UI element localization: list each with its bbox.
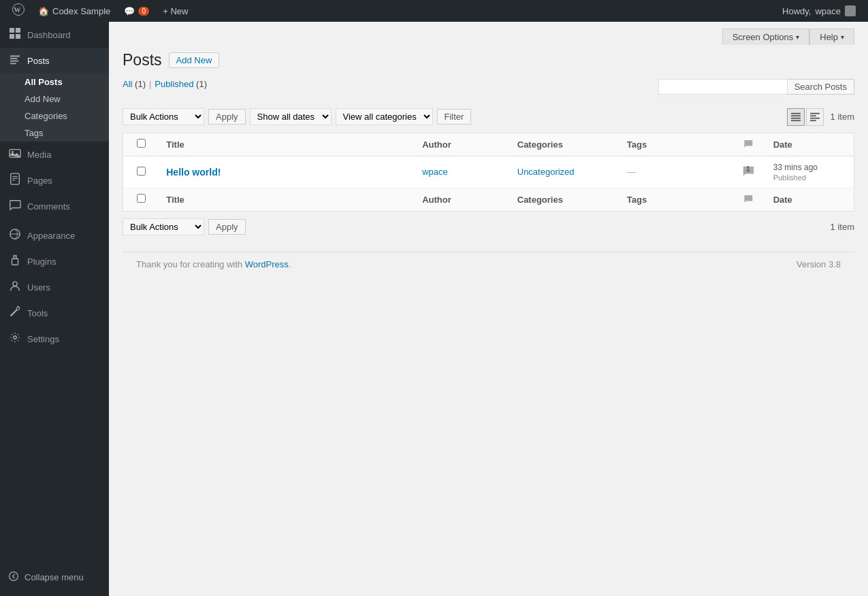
excerpt-view-button[interactable] bbox=[806, 108, 824, 126]
row-category-link[interactable]: Uncategorized bbox=[517, 167, 575, 177]
post-title-link[interactable]: Hello world! bbox=[166, 167, 221, 178]
foot-select-all-checkbox[interactable] bbox=[137, 194, 146, 203]
select-all-checkbox[interactable] bbox=[137, 139, 146, 148]
apply-button-bottom[interactable]: Apply bbox=[208, 219, 246, 235]
add-new-button[interactable]: Add New bbox=[169, 52, 220, 68]
date-filter-select[interactable]: Show all dates bbox=[250, 108, 332, 125]
username-text: wpace bbox=[815, 6, 841, 16]
categories-header[interactable]: Categories bbox=[511, 133, 620, 156]
submenu-add-new[interactable]: Add New bbox=[0, 90, 109, 107]
post-filter-links: All (1) | Published (1) bbox=[123, 79, 207, 89]
svg-rect-4 bbox=[10, 34, 14, 39]
comments-item[interactable]: 💬 0 bbox=[117, 0, 156, 22]
date-status: Published bbox=[773, 173, 806, 182]
svg-rect-3 bbox=[16, 28, 20, 33]
sidebar-item-appearance-label: Appearance bbox=[27, 231, 75, 241]
sidebar-item-pages[interactable]: Pages bbox=[0, 167, 109, 193]
submenu-categories[interactable]: Categories bbox=[0, 107, 109, 125]
sidebar-item-comments[interactable]: Comments bbox=[0, 193, 109, 219]
foot-tags-col[interactable]: Tags bbox=[620, 188, 730, 211]
svg-rect-6 bbox=[10, 56, 20, 57]
filter-published-link[interactable]: Published (1) bbox=[155, 79, 207, 89]
user-avatar bbox=[845, 5, 856, 16]
svg-point-21 bbox=[13, 282, 17, 286]
svg-rect-29 bbox=[810, 115, 816, 116]
page-header: Posts Add New bbox=[123, 50, 854, 71]
category-filter-select[interactable]: View all categories bbox=[336, 108, 433, 125]
howdy-text: Howdy, bbox=[782, 6, 811, 16]
svg-rect-5 bbox=[16, 34, 20, 39]
date-header[interactable]: Date bbox=[767, 133, 854, 156]
content-wrap: Dashboard Posts All Posts Add New Catego… bbox=[0, 22, 868, 596]
foot-comment-icon bbox=[743, 195, 753, 205]
footer-credit: Thank you for creating with WordPress. bbox=[136, 259, 291, 269]
collapse-menu[interactable]: Collapse menu bbox=[0, 565, 109, 589]
tags-header[interactable]: Tags bbox=[620, 133, 730, 156]
sidebar-item-comments-label: Comments bbox=[27, 201, 70, 212]
foot-title-col[interactable]: Title bbox=[159, 188, 415, 211]
svg-rect-27 bbox=[791, 120, 801, 121]
foot-date-col[interactable]: Date bbox=[767, 188, 854, 211]
sidebar-item-appearance[interactable]: Appearance bbox=[0, 222, 109, 248]
svg-point-23 bbox=[10, 572, 18, 581]
author-header[interactable]: Author bbox=[415, 133, 511, 156]
select-all-col bbox=[123, 133, 160, 156]
bulk-actions-select-bottom[interactable]: Bulk Actions bbox=[123, 218, 204, 235]
row-author-link[interactable]: wpace bbox=[422, 167, 448, 177]
site-name-item[interactable]: 🏠 Codex Sample bbox=[31, 0, 117, 22]
sidebar-item-media[interactable]: Media bbox=[0, 142, 109, 167]
sidebar-item-users[interactable]: Users bbox=[0, 274, 109, 300]
footer-wp-link[interactable]: WordPress bbox=[245, 259, 289, 269]
sidebar-item-settings[interactable]: Settings bbox=[0, 326, 109, 352]
bulk-actions-select-top[interactable]: Bulk Actions bbox=[123, 108, 204, 125]
svg-rect-24 bbox=[791, 113, 801, 114]
table-footer-row: Title Author Categories Tags Date bbox=[123, 188, 854, 211]
sidebar-item-plugins[interactable]: Plugins bbox=[0, 248, 109, 274]
comments-count-badge: 0 bbox=[138, 7, 149, 16]
screen-meta-toggle: Screen Options ▾ Help ▾ bbox=[123, 29, 854, 45]
submenu-tags[interactable]: Tags bbox=[0, 125, 109, 142]
collapse-icon bbox=[8, 571, 19, 584]
title-header[interactable]: Title bbox=[159, 133, 415, 156]
sidebar-item-tools-label: Tools bbox=[27, 308, 48, 318]
wp-logo-item[interactable]: W bbox=[5, 0, 31, 22]
comment-count-display: 1 bbox=[741, 165, 755, 179]
foot-check-col bbox=[123, 188, 160, 211]
new-content-label: + New bbox=[163, 6, 188, 16]
filter-button[interactable]: Filter bbox=[437, 109, 472, 125]
row-author-cell: wpace bbox=[415, 156, 511, 188]
foot-author-col[interactable]: Author bbox=[415, 188, 511, 211]
sidebar-item-users-label: Users bbox=[27, 282, 50, 293]
svg-rect-2 bbox=[10, 28, 14, 33]
sidebar-item-dashboard[interactable]: Dashboard bbox=[0, 22, 109, 48]
row-title-cell: Hello world! bbox=[159, 156, 415, 188]
foot-categories-col[interactable]: Categories bbox=[511, 188, 620, 211]
main-content: Screen Options ▾ Help ▾ Posts Add New Al… bbox=[109, 22, 868, 596]
screen-options-button[interactable]: Screen Options ▾ bbox=[722, 29, 810, 45]
sidebar-item-tools[interactable]: Tools bbox=[0, 300, 109, 326]
site-name: Codex Sample bbox=[52, 6, 110, 16]
media-icon bbox=[8, 147, 22, 162]
sidebar-item-posts[interactable]: Posts bbox=[0, 48, 109, 73]
item-count-bottom: 1 item bbox=[831, 222, 854, 232]
submenu-all-posts[interactable]: All Posts bbox=[0, 73, 109, 90]
search-posts-button[interactable]: Search Posts bbox=[788, 79, 854, 95]
list-view-button[interactable] bbox=[787, 108, 805, 126]
search-input[interactable] bbox=[658, 79, 788, 95]
svg-rect-12 bbox=[11, 173, 20, 184]
pages-icon bbox=[8, 173, 22, 188]
sidebar-item-pages-label: Pages bbox=[27, 176, 52, 186]
foot-comments-col bbox=[730, 188, 767, 211]
svg-point-22 bbox=[14, 336, 17, 340]
help-label: Help bbox=[820, 32, 838, 42]
help-button[interactable]: Help ▾ bbox=[809, 29, 854, 45]
user-info[interactable]: Howdy, wpace bbox=[775, 5, 863, 16]
tablenav-top: Bulk Actions Apply Show all dates View a… bbox=[123, 105, 854, 129]
filter-all-link[interactable]: All (1) bbox=[123, 79, 146, 89]
comments-header bbox=[730, 133, 767, 156]
row-checkbox[interactable] bbox=[137, 167, 146, 176]
svg-rect-18 bbox=[12, 259, 18, 265]
comment-number: 1 bbox=[746, 166, 750, 173]
apply-button-top[interactable]: Apply bbox=[208, 109, 246, 125]
new-content-item[interactable]: + New bbox=[156, 0, 195, 22]
